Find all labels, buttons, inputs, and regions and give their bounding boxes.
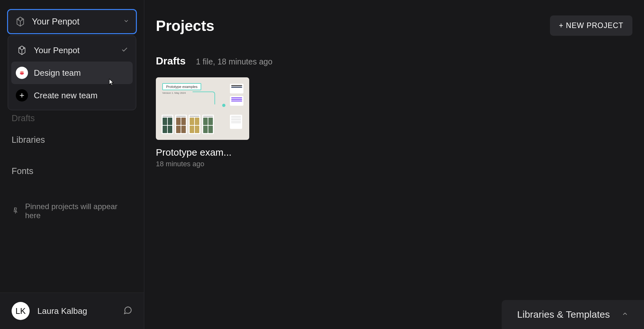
user-avatar[interactable]: LK	[12, 302, 30, 320]
sidebar: Your Penpot Your Penpot	[0, 0, 144, 329]
nav-item-fonts[interactable]: Fonts	[5, 161, 139, 181]
plus-circle-icon	[16, 89, 28, 102]
dropdown-item-label: Design team	[34, 68, 128, 78]
section-meta: 1 file, 18 minutes ago	[196, 57, 272, 66]
sidebar-footer: LK Laura Kalbag	[0, 293, 144, 329]
dropdown-item-create-team[interactable]: Create new team	[11, 84, 133, 107]
main-content: Projects + NEW PROJECT Drafts 1 file, 18…	[144, 0, 644, 329]
pinned-hint-text: Pinned projects will appear here	[25, 202, 132, 220]
file-name: Prototype exam...	[156, 147, 249, 158]
section-header: Drafts 1 file, 18 minutes ago	[156, 55, 632, 67]
team-avatar-icon	[16, 67, 28, 79]
file-thumbnail: Prototype examples Version 1. May 2024	[156, 77, 249, 140]
penpot-logo-icon	[14, 16, 26, 27]
sidebar-nav: Drafts Libraries Fonts	[0, 108, 144, 183]
file-card[interactable]: Prototype examples Version 1. May 2024	[156, 77, 249, 168]
chevron-up-icon	[621, 310, 629, 319]
nav-item-libraries[interactable]: Libraries	[5, 130, 139, 150]
file-time: 18 minutes ago	[156, 160, 249, 168]
dropdown-item-label: Your Penpot	[34, 45, 115, 55]
new-project-button[interactable]: + NEW PROJECT	[550, 15, 632, 36]
thumb-version-label: Version 1. May 2024	[162, 92, 186, 94]
dropdown-item-design-team[interactable]: Design team	[11, 62, 133, 84]
team-selector-label: Your Penpot	[32, 17, 117, 27]
bottom-panel-label: Libraries & Templates	[517, 309, 610, 320]
libraries-templates-panel[interactable]: Libraries & Templates	[502, 300, 644, 329]
section-title[interactable]: Drafts	[156, 55, 185, 67]
user-name[interactable]: Laura Kalbag	[37, 306, 116, 316]
chevron-down-icon	[123, 18, 129, 25]
thumb-title-label: Prototype examples	[162, 83, 201, 90]
team-dropdown-menu: Your Penpot Design team	[8, 35, 136, 110]
nav-item-drafts[interactable]: Drafts	[5, 108, 139, 129]
pinned-projects-hint: Pinned projects will appear here	[0, 202, 144, 220]
main-header: Projects + NEW PROJECT	[156, 15, 632, 36]
page-title: Projects	[156, 17, 214, 34]
comment-icon[interactable]	[123, 306, 132, 316]
pin-icon	[12, 207, 19, 216]
team-selector-dropdown[interactable]: Your Penpot	[7, 9, 137, 34]
penpot-logo-icon	[16, 44, 28, 56]
dropdown-item-your-penpot[interactable]: Your Penpot	[11, 39, 133, 62]
dropdown-item-label: Create new team	[34, 91, 128, 101]
check-icon	[121, 45, 128, 55]
